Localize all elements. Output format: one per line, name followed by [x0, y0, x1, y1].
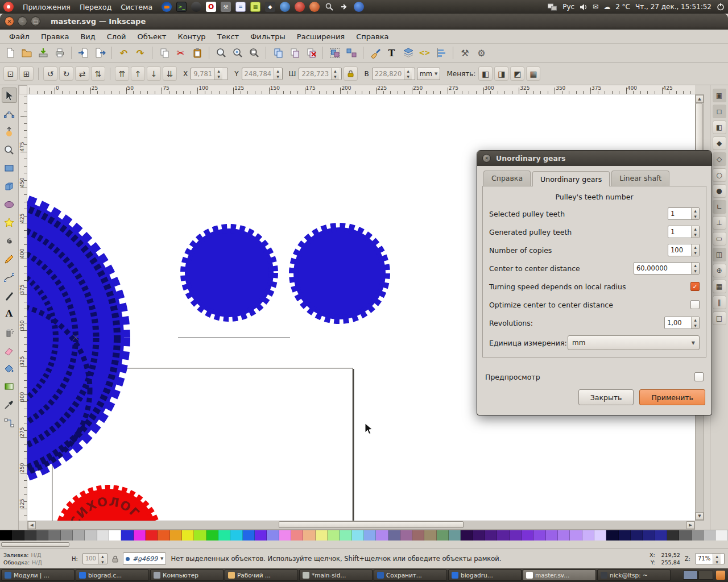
show-desktop-icon[interactable] — [716, 571, 725, 580]
taskbar-item[interactable]: biogadru... — [448, 569, 522, 581]
globe-launcher-icon[interactable] — [280, 2, 290, 12]
taskbar-item[interactable]: Модули | ... — [1, 569, 75, 581]
palette-swatch[interactable] — [352, 530, 364, 541]
unlink-clone-button[interactable] — [303, 45, 318, 61]
temperature-indicator[interactable]: 2 °C — [615, 3, 630, 11]
palette-swatch[interactable] — [643, 530, 655, 541]
zoom-tool[interactable] — [2, 142, 17, 157]
menu-item[interactable]: Файл — [3, 31, 35, 43]
text-tool[interactable]: A — [2, 306, 17, 321]
tab-linear-shaft[interactable]: Linear shaft — [611, 171, 669, 186]
text-dialog-button[interactable]: T — [384, 45, 399, 61]
print-document-button[interactable] — [52, 45, 67, 61]
ungroup-button[interactable] — [344, 45, 359, 61]
bezier-pen-tool[interactable] — [2, 269, 17, 285]
horizontal-ruler[interactable]: 0255075100125150175200225250275300325350… — [27, 85, 695, 94]
undo-button[interactable]: ↶ — [116, 45, 131, 61]
palette-swatch[interactable] — [85, 530, 97, 541]
snap-toggle-button[interactable]: ● — [713, 184, 726, 198]
lower-button[interactable]: ↓ — [147, 66, 161, 81]
units-dropdown[interactable]: mm▼ — [417, 68, 441, 80]
dialog-close-icon[interactable]: ✕ — [482, 154, 491, 163]
palette-scroll-thumb[interactable] — [1, 542, 69, 547]
cut-button[interactable]: ✂ — [173, 45, 188, 61]
selected-pulley-teeth-spinbox[interactable]: 1▲▼ — [668, 207, 700, 220]
workspace-2[interactable] — [698, 571, 713, 580]
distributor-logo-icon[interactable] — [3, 2, 14, 12]
save-document-button[interactable] — [35, 45, 51, 61]
scroll-right-icon[interactable]: ▶ — [686, 521, 694, 529]
palette-swatch[interactable] — [570, 530, 582, 541]
unordinary-gears-dialog[interactable]: ✕ Unordinary gears Справка Unordinary ge… — [477, 150, 712, 415]
palette-swatch[interactable] — [230, 530, 242, 541]
create-clone-button[interactable] — [287, 45, 302, 61]
panel-menu-item[interactable]: Переход — [75, 2, 116, 13]
firefox-launcher-icon[interactable] — [162, 2, 172, 12]
writer-launcher-icon[interactable]: ≡ — [235, 2, 246, 12]
power-icon[interactable] — [717, 3, 725, 11]
select-all-button[interactable]: ⊡ — [3, 66, 18, 81]
select-touch-button[interactable]: ⊞ — [19, 66, 34, 81]
arrow-launcher-icon[interactable] — [339, 2, 349, 12]
ellipse-tool[interactable] — [2, 197, 17, 212]
center-distance-spinbox[interactable]: 60,00000▲▼ — [634, 262, 700, 275]
snap-toggle-button[interactable]: ▭ — [713, 232, 726, 246]
palette-swatch[interactable] — [533, 530, 545, 541]
snap-toggle-button[interactable]: ◆ — [713, 136, 726, 150]
new-document-button[interactable] — [2, 45, 18, 61]
palette-swatch[interactable] — [255, 530, 267, 541]
bucket-fill-tool[interactable] — [2, 360, 17, 376]
palette-swatch[interactable] — [170, 530, 182, 541]
window-close-button[interactable]: ✕ — [5, 16, 14, 26]
calc-launcher-icon[interactable]: ▦ — [250, 2, 260, 12]
palette-swatch[interactable] — [497, 530, 509, 541]
palette-swatch[interactable] — [679, 530, 691, 541]
apply-button[interactable]: Применить — [639, 389, 705, 405]
app-red2-icon[interactable] — [309, 2, 320, 12]
palette-swatch[interactable] — [606, 530, 618, 541]
network-icon[interactable] — [548, 3, 557, 11]
zoom-selection-button[interactable] — [213, 45, 229, 61]
snap-toggle-button[interactable]: ⊕ — [713, 264, 726, 277]
opera-launcher-icon[interactable]: O — [206, 2, 216, 12]
palette-swatch[interactable] — [328, 530, 340, 541]
layer-lock-icon[interactable] — [112, 555, 118, 563]
scroll-up-icon[interactable]: ▲ — [696, 95, 704, 103]
raise-to-top-button[interactable]: ⇈ — [115, 66, 129, 81]
pencil-tool[interactable] — [2, 251, 17, 267]
palette-swatch[interactable] — [594, 530, 606, 541]
group-button[interactable] — [327, 45, 342, 61]
preview-checkbox[interactable]: ✓ — [694, 372, 704, 381]
raise-button[interactable]: ↑ — [131, 66, 145, 81]
palette-swatch[interactable] — [0, 530, 12, 541]
taskbar-item[interactable]: nick@ltsp: ~ — [597, 569, 671, 581]
palette-swatch[interactable] — [558, 530, 570, 541]
terminal-launcher-icon[interactable]: >_ — [176, 2, 187, 12]
palette-swatch[interactable] — [667, 530, 679, 541]
palette-swatch[interactable] — [412, 530, 424, 541]
dropper-tool[interactable] — [2, 397, 17, 412]
turning-speed-checkbox[interactable]: ✓ — [690, 282, 700, 291]
copy-button[interactable] — [156, 45, 172, 61]
snap-toggle-button[interactable]: ▣ — [713, 89, 726, 102]
fill-stroke-dialog-button[interactable] — [367, 45, 383, 61]
palette-swatch[interactable] — [473, 530, 485, 541]
generated-pulley-teeth-spinbox[interactable]: 1▲▼ — [668, 226, 700, 238]
palette-swatch[interactable] — [134, 530, 146, 541]
taskbar-item[interactable]: Рабочий ... — [225, 569, 298, 581]
menu-item[interactable]: Расширения — [291, 31, 350, 43]
snap-toggle-button[interactable]: ◧ — [713, 120, 726, 134]
palette-swatch[interactable] — [340, 530, 351, 541]
spray-tool[interactable] — [2, 324, 17, 339]
taskbar-item[interactable]: Сохранит... — [374, 569, 447, 581]
palette-swatch[interactable] — [619, 530, 631, 541]
align-dialog-button[interactable] — [433, 45, 449, 61]
tool-launcher-icon[interactable]: ⚒ — [221, 2, 231, 12]
preferences-button[interactable]: ⚒ — [457, 45, 473, 61]
palette-swatch[interactable] — [437, 530, 449, 541]
box3d-tool[interactable] — [2, 178, 17, 194]
document-properties-button[interactable]: ⚙ — [474, 45, 489, 61]
tweak-tool[interactable] — [2, 124, 17, 139]
close-button[interactable]: Закрыть — [578, 389, 634, 405]
hscroll-thumb[interactable] — [279, 521, 464, 528]
